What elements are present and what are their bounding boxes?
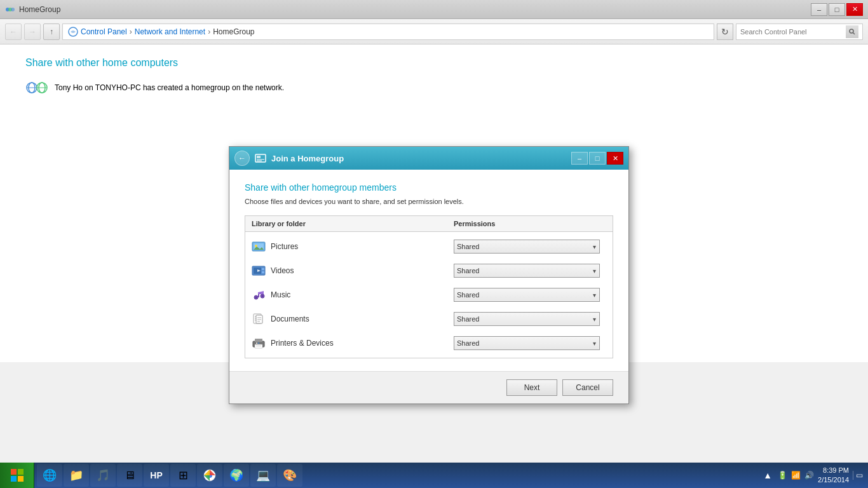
permission-select-pictures[interactable]: Shared Not shared Read-only — [454, 240, 600, 254]
close-button[interactable]: ✕ — [846, 3, 863, 16]
cancel-button[interactable]: Cancel — [562, 379, 613, 396]
svg-point-2 — [11, 8, 15, 11]
net-icon: 🌍 — [229, 468, 243, 482]
share-table: Library or folder Permissions — [245, 215, 613, 358]
show-desktop-icon[interactable]: ▭ — [853, 471, 863, 480]
permission-select-documents[interactable]: Shared Not shared Read-only — [454, 312, 600, 326]
search-button[interactable] — [846, 25, 858, 38]
svg-point-28 — [262, 295, 263, 297]
dialog-minimize-button[interactable]: – — [571, 152, 588, 165]
svg-rect-41 — [258, 342, 259, 344]
dialog-icon — [255, 152, 266, 164]
remote-icon: 🖥 — [124, 469, 135, 482]
breadcrumb: Control Panel › Network and Internet › H… — [62, 24, 714, 40]
permission-select-videos[interactable]: Shared Not shared Read-only — [454, 264, 600, 278]
taskbar-item-ie[interactable]: 🌐 — [37, 464, 62, 487]
documents-icon — [252, 313, 266, 325]
window-icon — [5, 4, 15, 15]
taskbar-item-remote[interactable]: 🖥 — [117, 464, 142, 487]
svg-rect-40 — [256, 342, 257, 344]
network-icon — [25, 79, 48, 97]
col-library-header: Library or folder — [252, 220, 454, 227]
notification-icon[interactable]: ▲ — [761, 469, 774, 482]
svg-rect-45 — [11, 476, 17, 482]
maximize-button[interactable]: □ — [829, 3, 845, 16]
pictures-icon — [252, 241, 266, 252]
ie-icon: 🌐 — [43, 468, 57, 482]
back-button[interactable]: ← — [5, 24, 22, 40]
taskbar-item-explorer[interactable]: 📁 — [64, 464, 89, 487]
taskbar-item-hp[interactable]: HP — [144, 464, 169, 487]
permission-videos: Shared Not shared Read-only — [454, 264, 606, 278]
homegroup-info: Tony Ho on TONYHO-PC has created a homeg… — [25, 79, 843, 97]
permission-select-music[interactable]: Shared Not shared Read-only — [454, 288, 600, 302]
dialog-back-button[interactable]: ← — [234, 151, 250, 166]
main-content: Share with other home computers Tony Ho … — [0, 44, 868, 362]
select-wrapper-printers: Shared Not shared Read-only — [454, 336, 600, 350]
table-row: Music Shared Not shared Read-only — [245, 283, 613, 307]
permission-select-printers[interactable]: Shared Not shared Read-only — [454, 336, 600, 350]
svg-rect-42 — [256, 346, 261, 346]
printers-icon — [252, 337, 266, 349]
share-table-header: Library or folder Permissions — [245, 216, 613, 232]
taskbar-item-chrome[interactable] — [197, 464, 222, 487]
next-button[interactable]: Next — [506, 379, 557, 396]
dialog-subtitle: Share with other homegroup members — [245, 182, 613, 193]
start-button[interactable] — [0, 463, 34, 488]
taskbar-items: 🌐 📁 🎵 🖥 HP ⊞ 🌍 — [34, 464, 756, 487]
taskbar-item-net[interactable]: 🌍 — [224, 464, 249, 487]
svg-rect-34 — [257, 317, 261, 318]
forward-button[interactable]: → — [24, 24, 41, 40]
select-wrapper-music: Shared Not shared Read-only — [454, 288, 600, 302]
library-documents: Documents — [252, 313, 454, 325]
videos-icon — [252, 265, 266, 276]
table-row: Documents Shared Not shared Read-only — [245, 307, 613, 331]
table-row: Printers & Devices Shared Not shared Rea… — [245, 331, 613, 355]
taskbar-right: ▲ 🔋 📶 🔊 8:39 PM 2/15/2014 ▭ — [756, 466, 868, 485]
svg-rect-38 — [255, 339, 262, 342]
dialog-footer: Next Cancel — [229, 371, 628, 403]
library-name-documents: Documents — [271, 315, 309, 323]
svg-rect-23 — [262, 271, 264, 273]
dialog-title-left: ← Join a Homegroup — [234, 151, 344, 166]
hp-icon: HP — [150, 470, 162, 480]
select-wrapper-documents: Shared Not shared Read-only — [454, 312, 600, 326]
select-wrapper-videos: Shared Not shared Read-only — [454, 264, 600, 278]
taskbar-item-control[interactable]: ⊞ — [170, 464, 196, 487]
select-wrapper-pictures: Shared Not shared Read-only — [454, 240, 600, 254]
app3-icon: 💻 — [256, 468, 270, 482]
col-permissions-header: Permissions — [454, 220, 606, 227]
svg-rect-22 — [262, 268, 264, 270]
svg-rect-13 — [257, 156, 261, 158]
search-icon — [849, 29, 855, 35]
permission-music: Shared Not shared Read-only — [454, 288, 606, 302]
taskbar-item-media[interactable]: 🎵 — [90, 464, 116, 487]
refresh-button[interactable]: ↻ — [717, 24, 733, 40]
minimize-button[interactable]: – — [811, 3, 827, 16]
svg-rect-35 — [257, 319, 261, 320]
dialog-title: Join a Homegroup — [271, 154, 344, 163]
breadcrumb-control-panel[interactable]: Control Panel — [81, 27, 127, 36]
dialog-maximize-button[interactable]: □ — [589, 152, 606, 165]
explorer-icon: 📁 — [69, 468, 83, 482]
search-input[interactable] — [740, 28, 846, 36]
library-name-printers: Printers & Devices — [271, 339, 334, 348]
library-pictures: Pictures — [252, 241, 454, 252]
folder-icon — [68, 27, 78, 37]
share-table-body: Pictures Shared Not shared Read-only — [245, 232, 613, 358]
battery-icon: 🔋 — [778, 471, 787, 480]
dialog-close-button[interactable]: ✕ — [607, 152, 623, 165]
breadcrumb-homegroup: HomeGroup — [213, 27, 254, 36]
library-music: Music — [252, 289, 454, 301]
windows-logo-icon — [10, 468, 25, 483]
title-bar-left: HomeGroup — [5, 4, 60, 15]
taskbar-item-paint[interactable]: 🎨 — [277, 464, 302, 487]
dialog-description: Choose files and devices you want to sha… — [245, 198, 613, 205]
nav-bar: ← → ↑ Control Panel › Network and Intern… — [0, 19, 868, 44]
control-icon: ⊞ — [179, 468, 188, 482]
taskbar-clock[interactable]: 8:39 PM 2/15/2014 — [818, 466, 849, 485]
breadcrumb-network-internet[interactable]: Network and Internet — [135, 27, 205, 36]
taskbar-item-app3[interactable]: 💻 — [250, 464, 276, 487]
paint-icon: 🎨 — [283, 468, 297, 482]
up-button[interactable]: ↑ — [43, 24, 60, 40]
